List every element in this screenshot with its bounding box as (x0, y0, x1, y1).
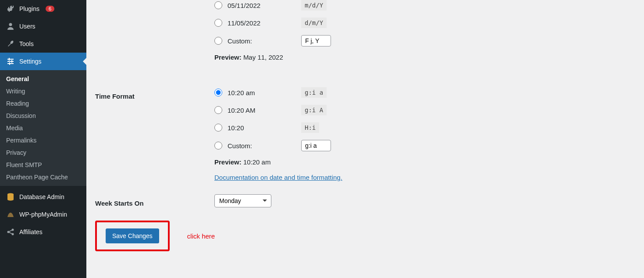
time-preview-value: 10:20 am (243, 158, 271, 166)
time-format-radio-gia[interactable] (214, 89, 222, 96)
svg-rect-3 (7, 63, 14, 64)
submenu-media[interactable]: Media (0, 122, 86, 134)
week-starts-value: Monday (214, 194, 635, 207)
week-starts-select-wrap: Monday (214, 194, 271, 207)
submenu-general[interactable]: General (0, 73, 86, 85)
date-format-radio-custom[interactable] (214, 37, 222, 45)
time-custom-label: Custom: (228, 142, 298, 150)
sidebar-item-affiliates[interactable]: Affiliates (0, 223, 86, 241)
time-preview: Preview: 10:20 am (214, 158, 635, 166)
submenu-pantheon[interactable]: Pantheon Page Cache (0, 171, 86, 183)
submenu-permalinks[interactable]: Permalinks (0, 134, 86, 146)
sidebar-item-plugins[interactable]: Plugins 6 (0, 0, 86, 18)
sidebar-item-label: Settings (19, 58, 42, 65)
submenu-discussion[interactable]: Discussion (0, 110, 86, 122)
time-format-radio-custom[interactable] (214, 142, 222, 150)
sliders-icon (6, 57, 15, 66)
time-option-label: 10:20 AM (228, 107, 298, 114)
sidebar-item-tools[interactable]: Tools (0, 35, 86, 53)
time-format-radio-Hi[interactable] (214, 124, 222, 132)
wrench-icon (6, 39, 15, 48)
save-button[interactable]: Save Changes (106, 228, 159, 243)
submenu-reading[interactable]: Reading (0, 97, 86, 110)
sidebar-item-label: Plugins (19, 5, 39, 12)
settings-submenu: General Writing Reading Discussion Media… (0, 70, 86, 186)
svg-rect-2 (7, 61, 14, 62)
date-preview-label: Preview: (214, 53, 242, 61)
week-starts-label: Week Starts On (95, 194, 214, 207)
date-option-code: m/d/Y (301, 0, 327, 11)
date-time-doc-link[interactable]: Documentation on date and time formattin… (214, 174, 342, 181)
svg-point-0 (9, 23, 12, 26)
date-option-label: 05/11/2022 (228, 2, 298, 9)
time-option-label: 10:20 am (228, 89, 298, 96)
main-content: 05/11/2022 m/d/Y 11/05/2022 d/m/Y Custom… (86, 0, 644, 278)
svg-rect-5 (11, 60, 12, 63)
plugins-badge: 6 (46, 6, 54, 12)
date-option-code: d/m/Y (301, 18, 327, 28)
time-format-row: Time Format 10:20 am g:i a 10:20 AM g:i … (95, 87, 635, 181)
sidebar-item-users[interactable]: Users (0, 18, 86, 35)
time-preview-label: Preview: (214, 158, 242, 166)
date-format-label (95, 0, 214, 5)
time-option-code: g:i a (301, 87, 327, 98)
date-preview: Preview: May 11, 2022 (214, 53, 635, 61)
user-icon (6, 22, 15, 31)
sidebar-item-database-admin[interactable]: Database Admin (0, 188, 86, 206)
sidebar-item-settings[interactable]: Settings (0, 53, 86, 70)
date-custom-label: Custom: (228, 37, 298, 45)
date-option-label: 11/05/2022 (228, 19, 298, 27)
plug-icon (6, 4, 15, 13)
submit-area: Save Changes click here (95, 221, 635, 251)
week-starts-select[interactable]: Monday (214, 194, 271, 207)
submenu-writing[interactable]: Writing (0, 85, 86, 97)
date-format-radio-dmy[interactable] (214, 19, 222, 27)
date-format-radio-mdy[interactable] (214, 1, 222, 9)
sidebar-item-label: Tools (19, 40, 34, 47)
date-preview-value: May 11, 2022 (243, 53, 283, 61)
svg-rect-1 (7, 59, 14, 60)
submenu-privacy[interactable]: Privacy (0, 146, 86, 159)
database-icon (6, 192, 15, 201)
svg-rect-6 (9, 62, 10, 65)
time-option-code: g:i A (301, 105, 327, 115)
svg-point-10 (12, 233, 14, 235)
sidebar-item-wp-phpmyadmin[interactable]: WP-phpMyAdmin (0, 206, 86, 223)
sidebar-item-label: Affiliates (19, 228, 43, 235)
sidebar-item-label: Users (19, 23, 36, 30)
annotation-highlight-box: Save Changes (95, 221, 170, 251)
svg-point-8 (7, 231, 10, 233)
date-custom-input[interactable] (301, 35, 331, 46)
submenu-fluent-smtp[interactable]: Fluent SMTP (0, 159, 86, 171)
week-starts-row: Week Starts On Monday (95, 194, 635, 207)
time-format-label: Time Format (95, 87, 214, 100)
svg-point-9 (12, 229, 14, 231)
date-format-value: 05/11/2022 m/d/Y 11/05/2022 d/m/Y Custom… (214, 0, 635, 70)
date-format-row: 05/11/2022 m/d/Y 11/05/2022 d/m/Y Custom… (95, 0, 635, 70)
time-format-value: 10:20 am g:i a 10:20 AM g:i A 10:20 H:i … (214, 87, 635, 181)
phpmyadmin-icon (6, 210, 15, 219)
sidebar-item-label: WP-phpMyAdmin (19, 211, 67, 218)
annotation-text: click here (187, 232, 215, 240)
time-format-radio-giA[interactable] (214, 106, 222, 114)
time-option-label: 10:20 (228, 124, 298, 132)
time-custom-input[interactable] (301, 140, 331, 151)
time-option-code: H:i (301, 122, 319, 133)
sidebar-item-label: Database Admin (19, 193, 64, 200)
svg-rect-4 (9, 58, 10, 61)
sidebar: Plugins 6 Users Tools Settings General W… (0, 0, 86, 278)
share-icon (6, 228, 15, 236)
